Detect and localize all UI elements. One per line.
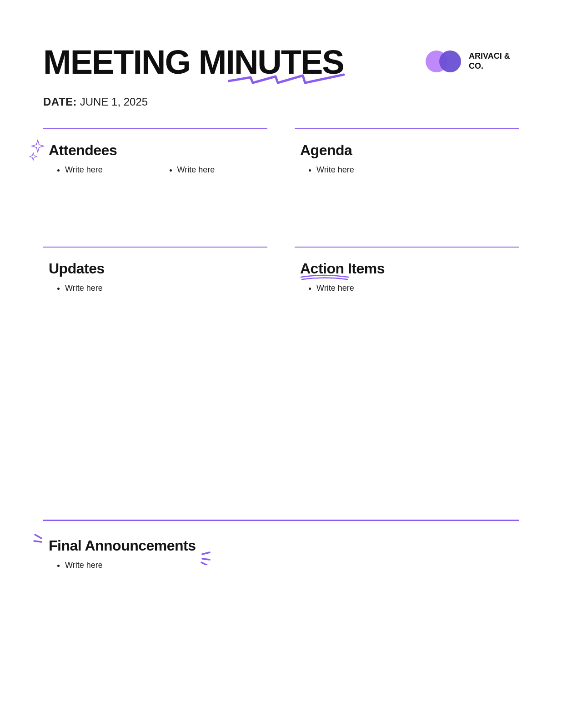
svg-line-3 [202,559,210,560]
svg-line-2 [202,552,210,554]
underline-scribble-icon [300,274,349,281]
logo-block: ARIVACI & CO. [426,50,519,73]
svg-line-0 [35,535,41,538]
divider [43,128,267,129]
svg-line-1 [34,541,41,542]
section-action-items: Action Items Write here [295,247,519,501]
list-item: Write here [65,165,156,175]
list-item: Write here [65,561,519,570]
divider [295,128,519,129]
items-word: Items [348,260,385,277]
divider [43,520,519,521]
agenda-list: Write here [316,165,519,175]
divider [43,247,267,248]
date-label: DATE: [43,96,77,108]
section-updates: Updates Write here [43,247,267,501]
company-name: ARIVACI & CO. [469,51,519,71]
logo-icon [426,50,462,73]
sparkle-icon [30,139,48,161]
section-agenda: Agenda Write here [295,128,519,228]
section-title-updates: Updates [49,260,105,277]
dash-icon [198,551,211,565]
section-final-announcements: Final Announcements Write here [43,520,519,570]
section-title-final: Final Announcements [49,537,196,554]
section-title-agenda: Agenda [300,142,352,159]
section-title-attendees: Attendees [49,142,117,159]
list-item: Write here [65,283,267,293]
section-title-action-items: Action Items [300,260,385,277]
final-list: Write here [65,561,519,570]
divider [295,247,519,248]
updates-list: Write here [65,283,267,293]
dash-icon [33,532,47,546]
attendee-list-1: Write here [65,165,156,177]
header: MEETING MINUTES ARIVACI & CO. [43,46,519,79]
svg-line-4 [201,562,207,565]
action-items-list: Write here [316,283,519,293]
list-item: Write here [316,283,519,293]
date-line: DATE: JUNE 1, 2025 [43,96,519,108]
scribble-icon [228,73,346,86]
list-item: Write here [316,165,519,175]
date-value: JUNE 1, 2025 [80,96,148,108]
attendee-list-2: Write here [177,165,268,177]
title-block: MEETING MINUTES [43,46,344,79]
section-attendees: Attendees Write here Write here [43,128,267,228]
list-item: Write here [177,165,268,175]
